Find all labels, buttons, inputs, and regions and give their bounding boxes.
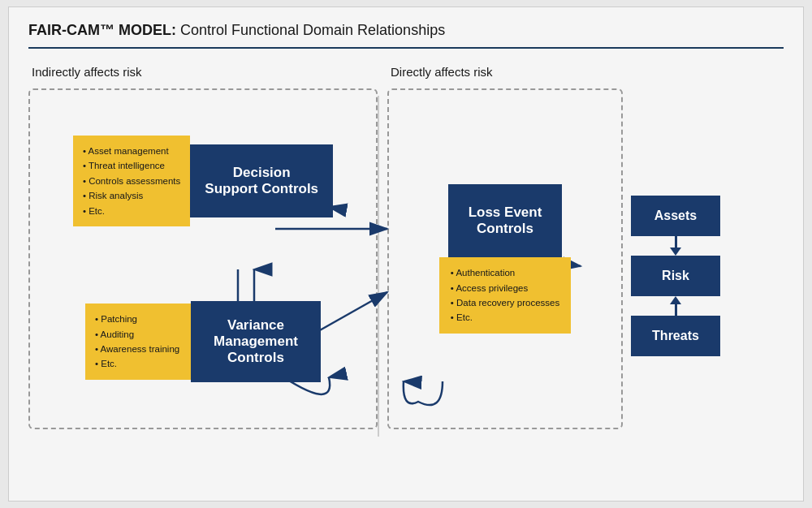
variance-management-box: VarianceManagementControls — [191, 301, 321, 382]
decision-support-bullets: Asset management Threat intelligence Con… — [73, 136, 190, 226]
le-bullet-2: Access privileges — [451, 281, 559, 295]
le-bullet-4: Etc. — [451, 310, 559, 325]
variance-management-bullets: Patching Auditing Awareness training Etc… — [85, 304, 191, 380]
vm-bullet-2: Auditing — [95, 327, 181, 342]
vm-bullet-4: Etc. — [95, 356, 181, 371]
loss-event-box: Loss EventControls — [448, 184, 562, 257]
loss-event-bullets: Authentication Access privileges Data re… — [439, 257, 571, 334]
title-regular: Control Functional Domain Relationships — [176, 22, 445, 38]
decision-support-row: Asset management Threat intelligence Con… — [38, 136, 368, 226]
direct-dashed-box: Loss EventControls Authentication Access… — [387, 88, 623, 429]
direct-label: Directly affects risk — [391, 65, 623, 79]
bullet-3: Controls assessments — [83, 174, 180, 188]
title-bold: FAIR-CAM™ MODEL: — [28, 22, 176, 38]
indirect-label: Indirectly affects risk — [32, 65, 378, 79]
title-bar: FAIR-CAM™ MODEL: Control Functional Doma… — [28, 22, 784, 49]
loss-event-content: Loss EventControls Authentication Access… — [439, 184, 571, 334]
threats-box: Threats — [631, 316, 720, 356]
assets-to-risk-arrow — [670, 248, 681, 256]
diagram-container: FAIR-CAM™ MODEL: Control Functional Doma… — [8, 6, 804, 502]
left-section: Indirectly affects risk Asset management… — [28, 65, 378, 463]
bullet-4: Risk analysis — [83, 188, 180, 203]
right-section: Assets Risk Threats — [623, 65, 728, 463]
assets-box: Assets — [631, 196, 720, 236]
le-bullet-1: Authentication — [451, 265, 559, 280]
content-area: Indirectly affects risk Asset management… — [28, 65, 784, 463]
bullet-5: Etc. — [83, 204, 180, 218]
threats-to-risk-arrow — [670, 296, 681, 304]
vm-bullet-3: Awareness training — [95, 342, 181, 356]
bullet-1: Asset management — [83, 144, 180, 158]
vm-bullet-1: Patching — [95, 312, 181, 326]
decision-support-box: DecisionSupport Controls — [190, 144, 333, 217]
variance-management-row: Patching Auditing Awareness training Etc… — [38, 301, 368, 382]
indirect-dashed-box: Asset management Threat intelligence Con… — [28, 88, 378, 429]
middle-section: Directly affects risk Loss EventControls… — [379, 65, 623, 463]
risk-box: Risk — [631, 256, 720, 296]
bullet-2: Threat intelligence — [83, 158, 180, 173]
le-bullet-3: Data recovery processes — [451, 295, 559, 310]
